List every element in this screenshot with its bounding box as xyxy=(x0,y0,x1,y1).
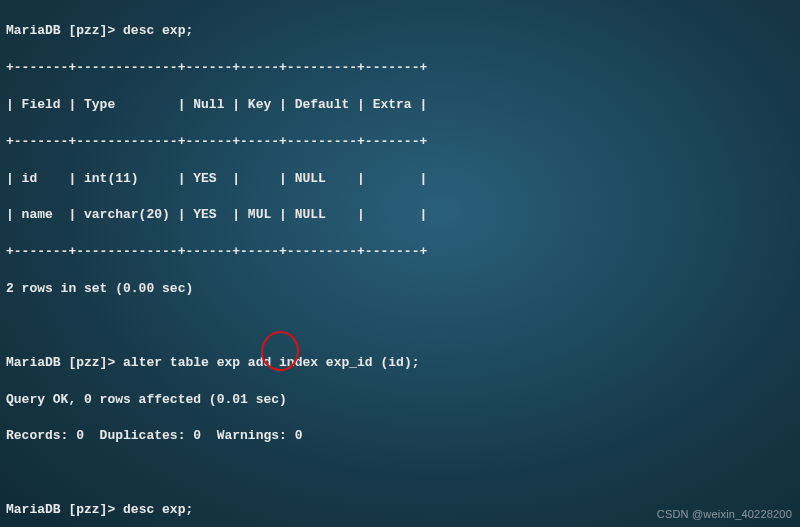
alter-result-2: Records: 0 Duplicates: 0 Warnings: 0 xyxy=(6,427,794,445)
table1-sep-bot: +-------+-------------+------+-----+----… xyxy=(6,243,794,261)
watermark-text: CSDN @weixin_40228200 xyxy=(657,505,792,523)
table1-header: | Field | Type | Null | Key | Default | … xyxy=(6,96,794,114)
table1-row-1: | name | varchar(20) | YES | MUL | NULL … xyxy=(6,206,794,224)
command-desc-1: desc exp; xyxy=(123,23,193,38)
db-prompt: MariaDB [pzz]> xyxy=(6,502,115,517)
terminal-output: MariaDB [pzz]> desc exp; +-------+------… xyxy=(6,4,794,527)
table1-footer: 2 rows in set (0.00 sec) xyxy=(6,280,794,298)
line-prompt-1: MariaDB [pzz]> desc exp; xyxy=(6,22,794,40)
table1-sep-mid: +-------+-------------+------+-----+----… xyxy=(6,133,794,151)
command-alter: alter table exp add index exp_id (id); xyxy=(123,355,419,370)
line-prompt-2: MariaDB [pzz]> alter table exp add index… xyxy=(6,354,794,372)
table1-row-0: | id | int(11) | YES | | NULL | | xyxy=(6,170,794,188)
blank-line xyxy=(6,317,794,335)
db-prompt: MariaDB [pzz]> xyxy=(6,355,115,370)
table1-sep-top: +-------+-------------+------+-----+----… xyxy=(6,59,794,77)
alter-result-1: Query OK, 0 rows affected (0.01 sec) xyxy=(6,391,794,409)
command-desc-2: desc exp; xyxy=(123,502,193,517)
blank-line xyxy=(6,464,794,482)
db-prompt: MariaDB [pzz]> xyxy=(6,23,115,38)
